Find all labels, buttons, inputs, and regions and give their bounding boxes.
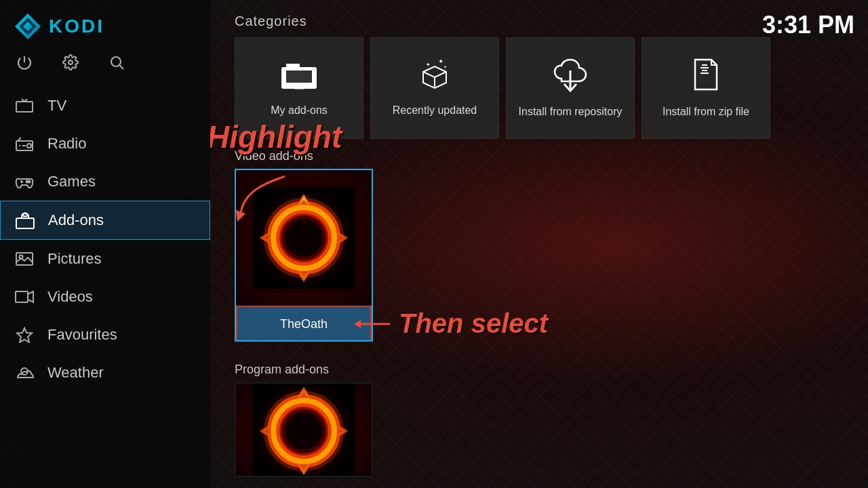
- sidebar-item-pictures-label: Pictures: [47, 250, 101, 268]
- addon-tile-theoath-name[interactable]: TheOath: [236, 306, 372, 342]
- clock: 3:31 PM: [762, 11, 854, 39]
- video-addons-header: Video add-ons: [235, 149, 373, 163]
- program-addons-header: Program add-ons: [235, 363, 373, 377]
- categories-row: My add-ons ✦ ✦ ✦ Recently updated: [235, 37, 770, 139]
- addon-tile-theoath2-image: [236, 384, 372, 477]
- main-content: Categories My add-ons: [210, 0, 868, 488]
- fire-ring-svg-2: [253, 384, 355, 477]
- install-from-zip-label: Install from zip file: [663, 105, 749, 119]
- svg-point-4: [111, 57, 121, 66]
- sidebar: KODI: [0, 0, 210, 488]
- addon-tile-theoath-image: [236, 170, 372, 306]
- svg-rect-6: [16, 102, 33, 112]
- svg-point-11: [27, 144, 31, 148]
- categories-title: Categories: [235, 14, 307, 29]
- games-icon: [14, 171, 35, 192]
- sidebar-top-icons: [0, 47, 210, 81]
- addons-icon: [14, 209, 36, 231]
- cat-tile-my-addons[interactable]: My add-ons: [235, 37, 363, 139]
- svg-rect-24: [16, 291, 28, 302]
- svg-text:✦: ✦: [426, 62, 431, 68]
- sidebar-item-tv-label: TV: [47, 97, 66, 115]
- pictures-icon: [14, 248, 35, 270]
- sidebar-item-addons-label: Add-ons: [48, 211, 104, 229]
- annotation-then-select-container: Then select: [353, 308, 548, 339]
- settings-button[interactable]: [60, 52, 81, 73]
- svg-point-56: [289, 416, 319, 446]
- sidebar-item-radio[interactable]: Radio: [0, 125, 210, 163]
- addon-tile-theoath2[interactable]: [235, 382, 373, 477]
- svg-point-18: [28, 181, 31, 183]
- kodi-logo-text: KODI: [49, 16, 104, 37]
- sidebar-item-tv[interactable]: TV: [0, 87, 210, 125]
- install-from-repo-icon: [552, 57, 589, 98]
- svg-rect-19: [16, 218, 34, 228]
- tv-icon: [14, 95, 35, 117]
- weather-icon: [14, 362, 35, 384]
- cat-tile-install-from-zip[interactable]: Install from zip file: [642, 37, 770, 139]
- power-button[interactable]: [14, 52, 35, 73]
- sidebar-item-favourites-label: Favourites: [47, 326, 117, 344]
- sidebar-nav: TV Radio: [0, 81, 210, 488]
- svg-rect-20: [23, 214, 27, 216]
- radio-icon: [14, 133, 35, 155]
- svg-rect-29: [286, 70, 312, 83]
- sidebar-item-weather-label: Weather: [47, 364, 104, 382]
- sidebar-item-addons[interactable]: Add-ons: [0, 201, 210, 240]
- fire-ring-svg: [253, 187, 355, 289]
- install-from-repo-label: Install from repository: [519, 105, 623, 119]
- cat-tile-install-from-repo[interactable]: Install from repository: [506, 37, 635, 139]
- sidebar-header: KODI: [0, 0, 210, 47]
- sidebar-item-weather[interactable]: Weather: [0, 354, 210, 392]
- search-button[interactable]: [106, 52, 127, 73]
- recently-updated-label: Recently updated: [393, 104, 477, 118]
- kodi-logo-icon: [14, 12, 42, 41]
- svg-text:✦: ✦: [443, 65, 447, 69]
- favourites-icon: [14, 324, 35, 346]
- my-addons-icon: [281, 58, 317, 97]
- sidebar-item-radio-label: Radio: [47, 135, 86, 152]
- recently-updated-icon: ✦ ✦ ✦: [416, 58, 453, 97]
- program-addons-section: Program add-ons: [235, 363, 373, 477]
- video-addons-section: Video add-ons: [235, 149, 373, 342]
- svg-line-5: [120, 66, 124, 70]
- sidebar-item-games[interactable]: Games: [0, 163, 210, 201]
- sidebar-item-pictures[interactable]: Pictures: [0, 240, 210, 278]
- svg-point-48: [289, 223, 319, 253]
- install-from-zip-icon: [690, 57, 722, 98]
- svg-point-3: [68, 60, 73, 64]
- sidebar-item-videos[interactable]: Videos: [0, 278, 210, 316]
- sidebar-item-favourites[interactable]: Favourites: [0, 316, 210, 354]
- sidebar-item-videos-label: Videos: [47, 288, 93, 306]
- videos-icon: [14, 286, 35, 308]
- annotation-then-select-text: Then select: [399, 308, 548, 339]
- my-addons-label: My add-ons: [271, 104, 328, 118]
- svg-text:✦: ✦: [438, 58, 443, 65]
- addon-tile-theoath[interactable]: TheOath: [235, 169, 373, 342]
- sidebar-item-games-label: Games: [47, 173, 96, 190]
- kodi-logo[interactable]: KODI: [14, 12, 104, 41]
- cat-tile-recently-updated[interactable]: ✦ ✦ ✦ Recently updated: [370, 37, 499, 139]
